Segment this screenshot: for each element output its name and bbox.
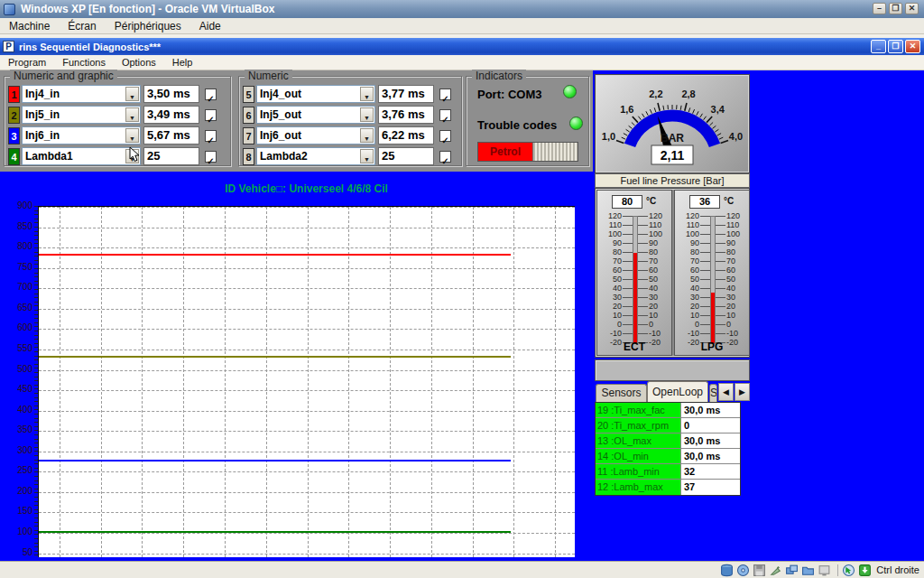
host-minimize-button[interactable]: – bbox=[873, 3, 886, 14]
network-icon[interactable] bbox=[785, 564, 799, 577]
trouble-codes-led bbox=[569, 117, 583, 130]
chevron-down-icon[interactable] bbox=[125, 87, 139, 101]
optical-disk-icon[interactable] bbox=[736, 564, 750, 577]
channel-select-inj5-in[interactable]: Inj5_in bbox=[22, 106, 141, 124]
chevron-down-icon[interactable] bbox=[125, 128, 139, 143]
tab-overflow[interactable]: S bbox=[709, 384, 717, 402]
series-trace-inj4_in bbox=[39, 254, 511, 256]
param-value[interactable]: 30,0 ms bbox=[681, 403, 740, 417]
channel-value: 25 bbox=[378, 147, 434, 165]
chevron-down-icon[interactable] bbox=[360, 87, 374, 101]
thermometer-ect: 80 °C 1201201101101001009090808070706060… bbox=[596, 190, 672, 356]
channel-value: 3,50 ms bbox=[143, 85, 199, 103]
series-trace-inj5_in bbox=[39, 356, 511, 358]
channel-value: 3,76 ms bbox=[378, 106, 434, 124]
tab-scroll-right-button[interactable]: ▶ bbox=[735, 383, 750, 401]
host-maximize-button[interactable]: ❐ bbox=[889, 3, 902, 14]
svg-text:2,8: 2,8 bbox=[681, 89, 695, 99]
floppy-icon[interactable] bbox=[753, 564, 766, 577]
display-icon[interactable] bbox=[818, 564, 831, 577]
chevron-down-icon[interactable] bbox=[360, 128, 374, 143]
chevron-down-icon[interactable] bbox=[125, 107, 139, 122]
menu-machine[interactable]: Machine bbox=[0, 20, 59, 33]
y-tick-label: 200 bbox=[0, 486, 32, 496]
y-tick-label: 150 bbox=[0, 506, 32, 516]
channel-number-badge: 6 bbox=[243, 107, 254, 124]
chevron-down-icon[interactable] bbox=[360, 149, 374, 163]
param-value[interactable]: 30,0 ms bbox=[681, 449, 740, 463]
fuel-mode-switch[interactable]: Petrol bbox=[477, 142, 578, 162]
svg-text:2,11: 2,11 bbox=[661, 148, 685, 163]
table-row: 19 :Ti_max_fac30,0 ms bbox=[596, 403, 740, 418]
channel-select-inj6-in[interactable]: Inj6_in bbox=[22, 126, 141, 144]
group-indicators: Indicators Port: COM3 Trouble codes Petr… bbox=[466, 76, 589, 166]
chart-title: ID Vehicle□: Universeel 4/6/8 Cil bbox=[38, 182, 575, 195]
svg-text:4,0: 4,0 bbox=[729, 131, 743, 142]
param-label: 13 :OL_max bbox=[596, 434, 681, 448]
virtualbox-window: Windows XP [En fonction] - Oracle VM Vir… bbox=[0, 0, 924, 578]
group-label: Numeric bbox=[245, 70, 292, 82]
menu-program[interactable]: Program bbox=[0, 57, 54, 68]
audio-icon[interactable] bbox=[769, 564, 782, 577]
param-value[interactable]: 0 bbox=[681, 418, 740, 433]
fuel-switch-track[interactable] bbox=[532, 143, 578, 161]
param-value[interactable]: 30,0 ms bbox=[681, 434, 740, 448]
lpg-unit: °C bbox=[724, 196, 734, 206]
channel-checkbox[interactable] bbox=[205, 109, 217, 121]
channel-select-lambda1[interactable]: Lambda1 bbox=[22, 147, 141, 165]
channel-value: 5,67 ms bbox=[143, 126, 199, 144]
channel-select-inj5-out[interactable]: Inj5_out bbox=[256, 106, 375, 124]
chart-plot-area bbox=[38, 206, 575, 557]
app-restore-button[interactable]: ❐ bbox=[888, 40, 903, 53]
channel-select-inj4-out[interactable]: Inj4_out bbox=[256, 85, 375, 103]
shared-folder-icon[interactable] bbox=[801, 564, 815, 577]
channel-checkbox[interactable] bbox=[439, 109, 451, 121]
mouse-integration-icon[interactable] bbox=[842, 564, 855, 577]
channel-checkbox[interactable] bbox=[439, 151, 451, 163]
host-key-capture-icon[interactable] bbox=[858, 564, 872, 577]
menu-options[interactable]: Options bbox=[114, 57, 164, 68]
channel-row: 6 Inj5_out 3,76 ms bbox=[243, 106, 457, 124]
tab-scroll-left-button[interactable]: ◀ bbox=[718, 383, 734, 401]
menu-functions[interactable]: Functions bbox=[54, 57, 114, 68]
channel-value: 6,22 ms bbox=[378, 126, 434, 144]
channel-checkbox[interactable] bbox=[439, 89, 451, 100]
chevron-down-icon[interactable] bbox=[360, 107, 374, 122]
param-value[interactable]: 37 bbox=[681, 480, 740, 495]
table-row: 12 :Lamb_max37 bbox=[596, 480, 740, 495]
channel-checkbox[interactable] bbox=[205, 151, 217, 163]
channel-checkbox[interactable] bbox=[205, 89, 217, 100]
y-tick-label: 400 bbox=[0, 405, 32, 415]
channel-select-lambda2[interactable]: Lambda2 bbox=[256, 147, 375, 165]
param-value[interactable]: 32 bbox=[681, 464, 740, 479]
tab-openloop[interactable]: OpenLoop bbox=[647, 381, 708, 402]
channel-select-inj4-in[interactable]: Inj4_in bbox=[22, 85, 141, 103]
lpg-scale: 1201201101101001009090808070706060505040… bbox=[675, 214, 749, 350]
app-titlebar: P rins Sequentiel Diagnostics*** bbox=[0, 38, 924, 55]
host-close-button[interactable]: ✕ bbox=[905, 3, 919, 14]
hard-disk-icon[interactable] bbox=[720, 564, 734, 577]
ect-scale: 1201201101101001009090808070706060505040… bbox=[597, 214, 671, 350]
pressure-gauge: 1,01,62,22,83,44,0BAR2,11 bbox=[595, 74, 750, 173]
app-client-area: Numeric and graphic 1 Inj4_in 3,50 ms 2 … bbox=[0, 70, 924, 561]
menu-help[interactable]: Help bbox=[164, 57, 201, 68]
y-tick-label: 550 bbox=[0, 343, 32, 353]
app-minimize-button[interactable]: _ bbox=[871, 40, 886, 53]
ect-value: 80 bbox=[612, 195, 642, 209]
menu-peripheriques[interactable]: Périphériques bbox=[106, 20, 190, 33]
channel-checkbox[interactable] bbox=[439, 130, 451, 142]
menu-aide[interactable]: Aide bbox=[190, 20, 230, 33]
svg-text:1,6: 1,6 bbox=[620, 104, 633, 115]
channel-color-badge: 1 bbox=[8, 86, 20, 103]
app-close-button[interactable]: ✕ bbox=[905, 40, 920, 53]
channel-color-badge: 2 bbox=[8, 107, 20, 124]
y-tick-label: 750 bbox=[0, 262, 32, 272]
group-numeric-and-graphic: Numeric and graphic 1 Inj4_in 3,50 ms 2 … bbox=[4, 76, 231, 166]
thermometer-lpg: 36 °C 1201201101101001009090808070706060… bbox=[674, 190, 750, 356]
svg-text:BAR: BAR bbox=[661, 132, 684, 144]
tab-sensors[interactable]: Sensors bbox=[596, 384, 647, 402]
channel-select-inj6-out[interactable]: Inj6_out bbox=[256, 126, 375, 144]
channel-checkbox[interactable] bbox=[205, 130, 217, 142]
menu-ecran[interactable]: Écran bbox=[59, 20, 105, 33]
fuel-mode-label[interactable]: Petrol bbox=[478, 143, 532, 161]
